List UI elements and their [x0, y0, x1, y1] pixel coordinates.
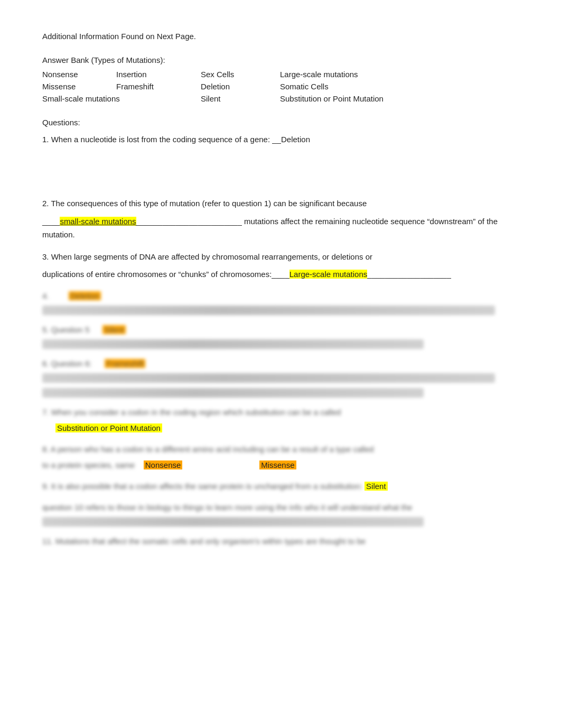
answer-bank-title: Answer Bank (Types of Mutations): [42, 56, 519, 64]
question-9-blurred: 9. It is also possible that a codon affe… [42, 480, 519, 493]
answer-bank-cell-nonsense: Nonsense [42, 70, 116, 79]
q3-prefix: 3. When large segments of DNA are affect… [42, 252, 372, 261]
answer-bank-cell-somatic: Somatic Cells [280, 82, 428, 91]
q1-spacer [42, 154, 519, 197]
answer-bank-cell-silent: Silent [201, 94, 280, 103]
answer-bank-grid: Nonsense Insertion Sex Cells Large-scale… [42, 70, 519, 103]
q1-text: 1. When a nucleotide is lost from the co… [42, 135, 310, 144]
q3-line2-prefix: duplications of entire chromosomes or “c… [42, 270, 289, 279]
questions-section: Questions: 1. When a nucleotide is lost … [42, 118, 519, 548]
answer-bank-section: Answer Bank (Types of Mutations): Nonsen… [42, 56, 519, 103]
question-6-blurred: 6. Question 6: Frameshift [42, 357, 519, 398]
question-11-blurred: 11. Mutations that affect the somatic ce… [42, 535, 519, 548]
question-7-blurred: 7. When you consider a codon in the codi… [42, 406, 519, 435]
q2-line1: 2. The consequences of this type of muta… [42, 197, 519, 210]
q2-blank-post: ________________________ [136, 217, 242, 226]
q2-blank-pre: ____ [42, 217, 60, 226]
question-4-blurred: 4. Deletion [42, 290, 519, 315]
q3-answer-highlight: Large-scale mutations [289, 270, 368, 279]
additional-info: Additional Information Found on Next Pag… [42, 32, 519, 41]
answer-bank-cell-large-scale: Large-scale mutations [280, 70, 428, 79]
answer-bank-cell-insertion: Insertion [116, 70, 201, 79]
additional-info-text: Additional Information Found on Next Pag… [42, 32, 196, 41]
q2-line2: ____small-scale mutations_______________… [42, 215, 519, 242]
question-5-blurred: 5. Question 5 Silent [42, 324, 519, 349]
q3-line2: duplications of entire chromosomes or “c… [42, 268, 519, 281]
q3-blank-post: ___________________ [367, 270, 451, 279]
answer-bank-cell-missense: Missense [42, 82, 116, 91]
question-8-blurred: 8. A person who has a codon to a differe… [42, 443, 519, 472]
q2-answer-highlight: small-scale mutations [60, 217, 136, 226]
questions-title: Questions: [42, 118, 519, 127]
answer-bank-cell-frameshift: Frameshift [116, 82, 201, 91]
question-10-blurred: question 10 refers to those in biology t… [42, 501, 519, 527]
question-3: 3. When large segments of DNA are affect… [42, 250, 519, 281]
q3-line1: 3. When large segments of DNA are affect… [42, 250, 519, 264]
answer-bank-cell-substitution: Substitution or Point Mutation [280, 94, 428, 103]
q2-prefix: 2. The consequences of this type of muta… [42, 199, 367, 208]
question-1: 1. When a nucleotide is lost from the co… [42, 133, 519, 146]
answer-bank-cell-deletion: Deletion [201, 82, 280, 91]
answer-bank-cell-small-scale: Small-scale mutations [42, 94, 201, 103]
blurred-section: 4. Deletion 5. Question 5 Silent [42, 290, 519, 548]
answer-bank-cell-sex-cells: Sex Cells [201, 70, 280, 79]
question-2: 2. The consequences of this type of muta… [42, 197, 519, 242]
